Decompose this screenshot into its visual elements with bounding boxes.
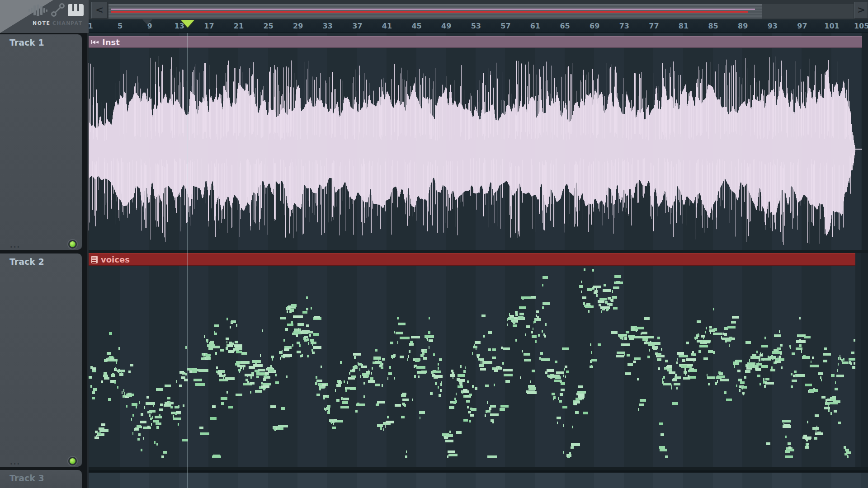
tab-chan[interactable]: CHAN xyxy=(52,20,71,26)
ruler-tick: 93 xyxy=(768,22,778,30)
automation-icon[interactable] xyxy=(51,3,65,19)
playhead-marker-icon[interactable] xyxy=(181,20,194,28)
ruler-tick: 1 xyxy=(88,22,93,30)
horizontal-scrollbar: < > xyxy=(89,0,868,19)
track3-lane[interactable] xyxy=(89,470,868,488)
track1-lane[interactable]: Inst xyxy=(89,33,868,250)
track2-enable-led[interactable] xyxy=(68,457,77,465)
piano-icon[interactable] xyxy=(68,4,84,18)
scrollbar-thumb[interactable] xyxy=(108,4,762,19)
track2-lane[interactable]: voices xyxy=(89,253,868,467)
clip-label: voices xyxy=(101,255,130,264)
track2-header[interactable]: Track 2 ... xyxy=(0,253,82,467)
beyond-clip-area xyxy=(862,33,868,250)
ruler-tick: 97 xyxy=(797,22,807,30)
beyond-clip-area xyxy=(855,253,868,467)
track-name: Track 2 xyxy=(9,257,44,267)
ruler-tick: 61 xyxy=(530,22,540,30)
song-marker-icon xyxy=(142,19,152,25)
playlist-area[interactable]: Inst voices xyxy=(89,33,868,488)
track1-header[interactable]: Track 1 ... xyxy=(0,34,82,250)
ruler-tick: 65 xyxy=(560,22,570,30)
ruler-tick: 73 xyxy=(619,22,629,30)
ruler-tick: 77 xyxy=(649,22,659,30)
ruler-tick: 33 xyxy=(323,22,333,30)
clip-label: Inst xyxy=(102,38,120,47)
ruler-tick: 37 xyxy=(352,22,362,30)
picker-panel: NOTE CHAN PAT xyxy=(0,0,89,33)
ruler-tick: 105 xyxy=(854,22,868,30)
track-options-dots[interactable]: ... xyxy=(10,458,20,466)
minimap-inst-line xyxy=(111,9,755,10)
minimap-voices-line xyxy=(111,11,748,13)
tab-note[interactable]: NOTE xyxy=(33,20,51,26)
track-header-column: Track 1 ... Track 2 ... Track 3 xyxy=(0,33,89,488)
midi-clip-icon xyxy=(91,256,98,263)
scroll-right-button[interactable]: > xyxy=(854,2,868,19)
audio-clip-icon xyxy=(91,39,99,46)
ruler-tick: 21 xyxy=(234,22,244,30)
playlist-window: { "picker_panel": { "icons": [ {"name": … xyxy=(0,0,868,488)
ruler-tick: 5 xyxy=(118,22,123,30)
sidebar-divider xyxy=(87,33,89,488)
ruler-tick: 69 xyxy=(590,22,599,30)
track-name: Track 1 xyxy=(9,38,44,47)
inst-clip-header[interactable]: Inst xyxy=(89,36,862,48)
tab-pat[interactable]: PAT xyxy=(71,20,83,26)
ruler-tick: 45 xyxy=(411,22,421,30)
ruler-tick: 57 xyxy=(500,22,510,30)
ruler-tick: 17 xyxy=(204,22,214,30)
ruler-tick: 81 xyxy=(679,22,689,30)
ruler-tick: 29 xyxy=(293,22,303,30)
playhead-line xyxy=(187,33,188,488)
ruler-tick: 49 xyxy=(441,22,451,30)
ruler-tick: 101 xyxy=(824,22,839,30)
ruler-tick: 41 xyxy=(382,22,392,30)
inst-audio-clip-waveform[interactable] xyxy=(89,48,862,249)
track-name: Track 3 xyxy=(9,473,44,483)
track-options-dots[interactable]: ... xyxy=(10,241,20,249)
voices-clip-header[interactable]: voices xyxy=(89,253,855,266)
ruler-tick: 25 xyxy=(263,22,273,30)
ruler-tick: 53 xyxy=(471,22,481,30)
scrollbar-track[interactable] xyxy=(108,4,854,19)
audio-wave-icon[interactable] xyxy=(28,5,49,18)
track1-enable-led[interactable] xyxy=(68,240,77,249)
ruler-tick: 89 xyxy=(738,22,748,30)
track3-header[interactable]: Track 3 xyxy=(0,470,82,488)
timeline-ruler[interactable]: 1591317212529333741454953576165697377818… xyxy=(89,19,868,33)
ruler-tick: 85 xyxy=(708,22,718,30)
scroll-left-button[interactable]: < xyxy=(91,2,108,19)
voices-midi-clip-notes[interactable] xyxy=(89,266,855,467)
